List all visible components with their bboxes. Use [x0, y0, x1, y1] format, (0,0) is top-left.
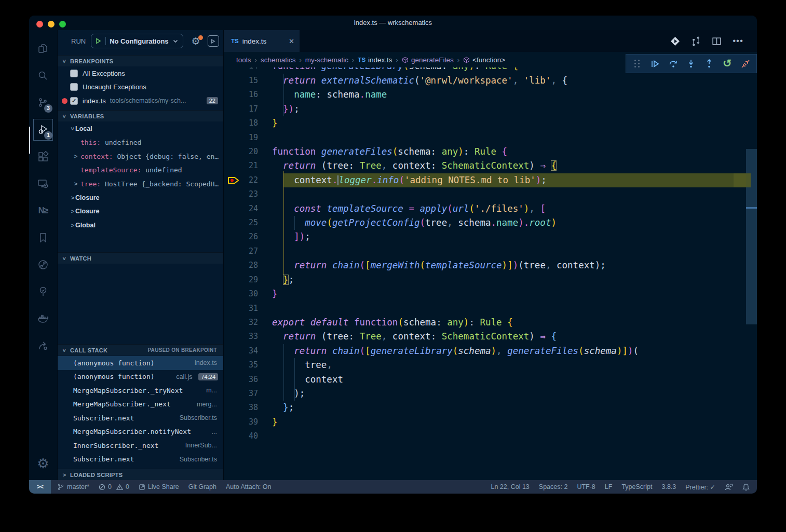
- line-number[interactable]: 23: [224, 187, 258, 201]
- code-line[interactable]: 18}: [224, 116, 746, 130]
- code-line[interactable]: 35 tree,: [224, 358, 746, 372]
- breakpoint-checkbox[interactable]: [70, 70, 78, 77]
- line-number[interactable]: 27: [224, 244, 258, 258]
- variable-row[interactable]: >Global: [58, 219, 223, 233]
- breakpoint-checkbox[interactable]: [70, 83, 78, 91]
- split-editor-icon[interactable]: [712, 36, 722, 46]
- code-line[interactable]: 17 });: [224, 102, 746, 116]
- prettier-status[interactable]: Prettier: ✓: [685, 483, 715, 491]
- step-over-button[interactable]: [666, 57, 681, 71]
- more-actions-icon[interactable]: •••: [733, 36, 743, 46]
- variable-row[interactable]: >Closure: [58, 191, 223, 205]
- code-line[interactable]: 39}: [224, 415, 746, 429]
- code-line[interactable]: 34 return chain([generateLibrary(schema)…: [224, 344, 746, 358]
- code-line[interactable]: 33 return (tree: Tree, context: Schemati…: [224, 330, 746, 344]
- breadcrumb-item[interactable]: generateFiles: [402, 56, 454, 64]
- feedback-icon[interactable]: [725, 483, 733, 491]
- step-out-button[interactable]: [702, 57, 716, 71]
- code-line[interactable]: 27: [224, 244, 746, 258]
- line-number[interactable]: 30: [224, 287, 258, 301]
- continue-button[interactable]: [648, 57, 662, 71]
- restart-button[interactable]: ↺: [720, 57, 735, 71]
- code-area[interactable]: 14function generateLibrary(schema: any):…: [224, 30, 757, 480]
- code-line[interactable]: 30}: [224, 287, 746, 301]
- call-stack-frame[interactable]: (anonymous function)call.js74:24: [58, 370, 223, 384]
- code-line[interactable]: 15 return externalSchematic('@nrwl/works…: [224, 74, 746, 88]
- line-number[interactable]: 26: [224, 230, 258, 244]
- line-number[interactable]: 33: [224, 330, 258, 344]
- explorer-icon[interactable]: [31, 35, 56, 62]
- nx-console-icon[interactable]: N≥: [31, 197, 56, 224]
- watch-section-header[interactable]: > WATCH: [58, 252, 223, 264]
- breadcrumb-item[interactable]: TSindex.ts: [358, 56, 392, 64]
- call-stack-frame[interactable]: Subscriber.nextSubscriber.ts: [58, 411, 223, 425]
- notifications-bell-icon[interactable]: [742, 483, 750, 491]
- line-number[interactable]: 40: [224, 429, 258, 443]
- chevron-icon[interactable]: >: [70, 208, 75, 214]
- code-line[interactable]: 28 return chain([mergeWith(templateSourc…: [224, 258, 746, 272]
- code-line[interactable]: 26 ]);: [224, 230, 746, 244]
- code-line[interactable]: 23: [224, 187, 746, 201]
- line-number[interactable]: 38: [224, 401, 258, 415]
- cursor-position-status[interactable]: Ln 22, Col 13: [491, 483, 529, 490]
- line-number[interactable]: 28: [224, 258, 258, 272]
- breakpoints-section-header[interactable]: > BREAKPOINTS: [58, 55, 223, 66]
- code-line[interactable]: 20function generateFiles(schema: any): R…: [224, 145, 746, 159]
- code-line[interactable]: 24 const templateSource = apply(url('./f…: [224, 202, 746, 216]
- line-number[interactable]: 19: [224, 131, 258, 145]
- line-number[interactable]: 34: [224, 344, 258, 358]
- remote-explorer-icon[interactable]: [31, 170, 56, 197]
- breadcrumb-item[interactable]: schematics: [261, 56, 296, 64]
- editor-scrollbar[interactable]: [746, 30, 757, 480]
- live-share-status[interactable]: Live Share: [139, 483, 179, 490]
- code-line[interactable]: 36 context: [224, 373, 746, 387]
- code-line[interactable]: 29 };: [224, 273, 746, 287]
- code-line[interactable]: 16 name: schema.name: [224, 88, 746, 102]
- line-number[interactable]: 35: [224, 358, 258, 372]
- source-control-icon[interactable]: 3: [31, 89, 56, 116]
- indentation-status[interactable]: Spaces: 2: [539, 483, 568, 490]
- remote-indicator[interactable]: ><: [29, 480, 51, 494]
- eol-status[interactable]: LF: [605, 483, 613, 490]
- breadcrumb-item[interactable]: <function>: [463, 56, 505, 64]
- git-graph-icon[interactable]: [31, 251, 56, 278]
- debug-console-icon[interactable]: [208, 35, 219, 47]
- git-graph-status[interactable]: Git Graph: [188, 483, 216, 490]
- breakpoint-checkbox[interactable]: ✓: [70, 97, 78, 105]
- line-number[interactable]: 29: [224, 273, 258, 287]
- debug-paused-breakpoint-icon[interactable]: [227, 175, 240, 187]
- git-branch-status[interactable]: master*: [57, 483, 89, 490]
- typescript-version-status[interactable]: 3.8.3: [661, 483, 676, 490]
- call-stack-frame[interactable]: InnerSubscriber._nextInnerSub...: [58, 439, 223, 453]
- line-number[interactable]: 16: [224, 88, 258, 102]
- line-number[interactable]: 31: [224, 302, 258, 316]
- compare-changes-icon[interactable]: [691, 36, 701, 46]
- breakpoint-list-item[interactable]: Uncaught Exceptions: [58, 80, 223, 94]
- disconnect-button[interactable]: [738, 57, 753, 71]
- code-line[interactable]: 19: [224, 131, 746, 145]
- drag-handle[interactable]: [630, 57, 644, 71]
- breadcrumb-item[interactable]: tools: [236, 56, 251, 64]
- code-line[interactable]: 32export default function(schema: any): …: [224, 316, 746, 330]
- line-number[interactable]: 32: [224, 316, 258, 330]
- code-line[interactable]: 31: [224, 302, 746, 316]
- test-explorer-icon[interactable]: [31, 278, 56, 305]
- call-stack-frame[interactable]: MergeMapSubscriber._nextmerg...: [58, 398, 223, 412]
- line-number[interactable]: 15: [224, 74, 258, 88]
- language-mode-status[interactable]: TypeScript: [621, 483, 652, 490]
- variable-row[interactable]: >Closure: [58, 204, 223, 219]
- variable-row[interactable]: >tree: HostTree {_backend: ScopedH…: [58, 177, 223, 191]
- chevron-icon[interactable]: >: [70, 222, 75, 228]
- line-number[interactable]: 17: [224, 102, 258, 116]
- chevron-icon[interactable]: >: [70, 126, 76, 131]
- problems-status[interactable]: 0 0: [99, 483, 129, 490]
- breakpoint-list-item[interactable]: All Exceptions: [58, 66, 223, 80]
- chevron-icon[interactable]: >: [73, 153, 78, 159]
- bookmarks-icon[interactable]: [31, 224, 56, 251]
- line-number[interactable]: 39: [224, 415, 258, 429]
- line-number[interactable]: 25: [224, 216, 258, 230]
- breadcrumb-item[interactable]: my-schematic: [305, 56, 348, 64]
- close-tab-icon[interactable]: ✕: [289, 37, 294, 45]
- manage-gear-icon[interactable]: ⚙: [31, 450, 56, 477]
- chevron-icon[interactable]: >: [70, 195, 75, 201]
